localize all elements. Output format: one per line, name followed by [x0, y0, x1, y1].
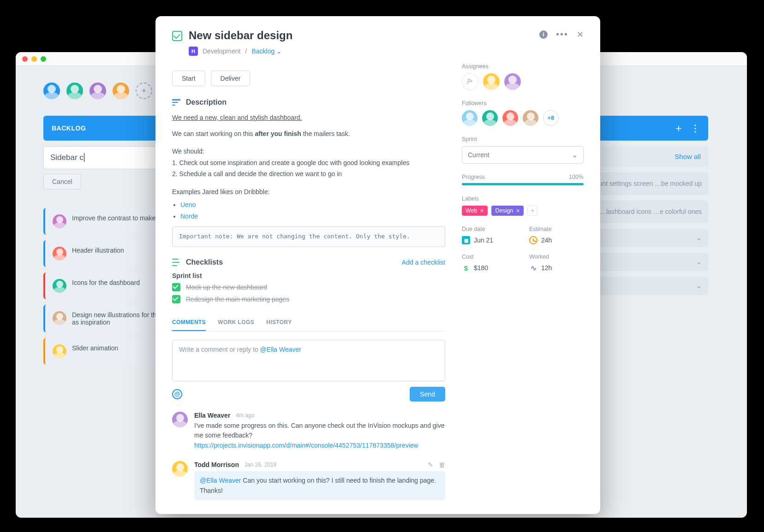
checkbox-icon[interactable] — [172, 295, 180, 303]
description-link[interactable]: Norde — [180, 213, 198, 220]
comment-text: I've made some progress on this. Can any… — [194, 422, 445, 439]
remove-label-icon[interactable]: ✕ — [516, 208, 520, 214]
estimate-value: 24h — [541, 236, 552, 244]
comment-author[interactable]: Todd Morrison — [194, 461, 239, 468]
breadcrumb-list[interactable]: Backlog ⌄ — [251, 47, 282, 55]
due-date-value: Jun 21 — [474, 236, 493, 244]
sprint-select[interactable]: Current ⌄ — [462, 146, 584, 164]
dollar-icon: $ — [462, 264, 470, 272]
add-card-icon[interactable]: ＋ — [674, 121, 684, 135]
project-badge[interactable]: H — [189, 47, 198, 56]
description-line: We need a new, clean and stylish dashboa… — [172, 112, 445, 124]
label-chip[interactable]: Web✕ — [462, 206, 488, 216]
add-person-icon — [466, 78, 474, 85]
sprint-section: Sprint Current ⌄ — [462, 136, 584, 164]
assignee-avatar[interactable] — [504, 73, 521, 90]
add-checklist-button[interactable]: Add a checklist — [402, 259, 445, 266]
labels-section: Labels Web✕ Design✕ ＋ — [462, 195, 584, 216]
comment-placeholder-mention: @Ella Weaver — [260, 346, 301, 353]
section-title: Checklists — [186, 258, 223, 266]
checklists-section: Checklists Add a checklist Sprint list M… — [172, 258, 445, 303]
comment-input[interactable]: Write a comment or reply to @Ella Weaver — [172, 340, 445, 381]
window-minimize-icon[interactable] — [31, 56, 37, 62]
mention-icon[interactable]: @ — [172, 389, 182, 399]
due-date-section[interactable]: Due date ▦Jun 21 — [462, 226, 516, 244]
breadcrumb-project[interactable]: Development — [203, 47, 241, 55]
member-avatar[interactable] — [43, 83, 60, 99]
tab-comments[interactable]: COMMENTS — [172, 314, 206, 331]
comment-author[interactable]: Ella Weaver — [194, 412, 230, 419]
description-text: We can start working on this — [172, 130, 255, 137]
description-text: Examples Jared likes on Dribbble: — [172, 186, 445, 198]
section-title: Description — [186, 98, 227, 106]
comment-time: 4m ago — [236, 412, 254, 419]
side-label: Labels — [462, 195, 584, 202]
add-member-button[interactable]: + — [136, 83, 152, 99]
progress-value: 100% — [569, 174, 584, 180]
task-modal: New sidebar design H Development / Backl… — [155, 16, 600, 514]
tab-history[interactable]: HISTORY — [266, 314, 292, 331]
side-label: Assignees — [462, 63, 584, 70]
delete-comment-icon[interactable]: 🗑 — [439, 461, 445, 468]
comment-avatar[interactable] — [172, 412, 188, 427]
comment-time: Jan 26, 2018 — [245, 461, 276, 468]
cost-section[interactable]: Cost $$180 — [462, 254, 516, 272]
window-close-icon[interactable] — [22, 56, 28, 62]
follower-avatar[interactable] — [502, 110, 518, 126]
card-avatar — [53, 279, 66, 293]
checklist-title[interactable]: Sprint list — [172, 272, 445, 279]
edit-comment-icon[interactable]: ✎ — [428, 461, 433, 468]
checklist-icon — [172, 259, 180, 266]
add-assignee-button[interactable] — [462, 73, 478, 90]
assignee-avatar[interactable] — [483, 73, 500, 90]
show-all-label: Show all — [674, 153, 701, 160]
deliver-button[interactable]: Deliver — [211, 71, 251, 86]
description-body[interactable]: We need a new, clean and stylish dashboa… — [172, 112, 445, 247]
task-complete-checkbox-icon[interactable] — [172, 31, 182, 41]
checkbox-icon[interactable] — [172, 283, 180, 291]
comment-avatar[interactable] — [172, 461, 188, 477]
svg-point-0 — [468, 79, 470, 82]
worked-value: 12h — [541, 264, 552, 272]
checklist-item[interactable]: Redesign the main marketing pages — [172, 295, 445, 303]
worked-section[interactable]: Worked ∿12h — [529, 254, 584, 272]
member-avatar[interactable] — [90, 83, 106, 99]
follower-avatar[interactable] — [462, 110, 478, 126]
breadcrumb: H Development / Backlog ⌄ — [189, 47, 292, 56]
calendar-icon: ▦ — [462, 236, 470, 244]
window-zoom-icon[interactable] — [41, 56, 46, 62]
label-chip[interactable]: Design✕ — [491, 206, 524, 216]
member-avatar[interactable] — [113, 83, 129, 99]
description-link[interactable]: Ueno — [180, 201, 196, 208]
send-button[interactable]: Send — [410, 387, 445, 402]
description-bold: after you finish — [255, 130, 301, 137]
comment: Ella Weaver 4m ago I've made some progre… — [172, 412, 445, 451]
comment-mention[interactable]: @Ella Weaver — [200, 477, 241, 484]
follower-avatar[interactable] — [482, 110, 498, 126]
card-avatar — [53, 247, 66, 260]
description-text: the mailers task. — [301, 130, 350, 137]
card-text: …unt settings screen …be mocked up — [592, 179, 702, 189]
cancel-button[interactable]: Cancel — [43, 174, 81, 189]
more-menu-icon[interactable]: ••• — [556, 29, 568, 40]
side-label: Followers — [462, 100, 584, 106]
column-menu-icon[interactable]: ⋮ — [691, 123, 700, 134]
info-icon[interactable]: i — [539, 30, 548, 39]
description-note-block: Important note: We are not changing the … — [172, 226, 445, 247]
remove-label-icon[interactable]: ✕ — [480, 208, 484, 214]
close-icon[interactable]: ✕ — [577, 30, 584, 40]
task-title[interactable]: New sidebar design — [189, 29, 292, 42]
followers-more-button[interactable]: +8 — [543, 110, 559, 126]
estimate-section[interactable]: Estimate 24h — [529, 226, 584, 244]
checklist-item[interactable]: Mock up the new dashboard — [172, 283, 445, 291]
member-avatar[interactable] — [66, 83, 83, 99]
card-avatar — [53, 311, 66, 325]
checklist-item-text: Redesign the main marketing pages — [186, 296, 289, 303]
comment-link[interactable]: https://projects.invisionapp.com/d/main#… — [194, 442, 418, 449]
progress-fill — [462, 183, 584, 185]
tab-worklogs[interactable]: WORK LOGS — [218, 314, 254, 331]
follower-avatar[interactable] — [523, 110, 538, 126]
start-button[interactable]: Start — [172, 71, 205, 86]
side-label: Worked — [529, 254, 584, 260]
add-label-button[interactable]: ＋ — [527, 206, 537, 216]
